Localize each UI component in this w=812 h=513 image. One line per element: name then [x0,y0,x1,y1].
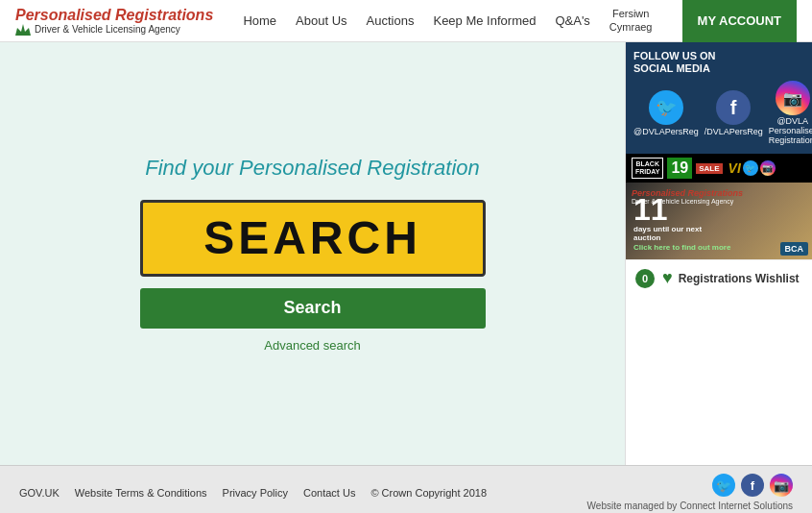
promo-number: 19 [667,158,692,179]
twitter-col: 🐦 @DVLAPersReg [633,90,699,136]
right-sidebar: FOLLOW US ON SOCIAL MEDIA 🐦 @DVLAPersReg… [625,42,812,465]
svg-marker-0 [15,24,31,36]
sale-badge: SALE [696,163,722,174]
twitter-icon[interactable]: 🐦 [649,90,683,125]
main-nav: Home About Us Auctions Keep Me Informed … [243,8,652,33]
nav-about-us[interactable]: About Us [296,13,346,28]
nav-home[interactable]: Home [243,13,276,28]
plate-input-container[interactable] [140,200,486,277]
nav-auctions[interactable]: Auctions [367,13,415,28]
advanced-search-link[interactable]: Advanced search [264,338,360,353]
footer-gov-uk[interactable]: GOV.UK [19,487,60,499]
auction-number: 11 [633,194,730,225]
footer-links: GOV.UK Website Terms & Conditions Privac… [19,487,487,499]
nav-cymraeg[interactable]: Fersiwn Cymraeg [609,8,653,33]
footer-right: 🐦 f 📷 Website managed by Connect Interne… [587,474,793,511]
wishlist-text: Registrations Wishlist [679,272,800,285]
auction-section[interactable]: Personalised Registrations Driver & Vehi… [626,183,812,259]
header: Personalised Registrations Driver & Vehi… [0,0,812,42]
find-title: Find your Personalised Registration [145,156,480,181]
social-icons-row: 🐦 @DVLAPersReg f /DVLAPersReg 📷 @DVLA Pe… [633,81,804,146]
logo-subtitle: Driver & Vehicle Licensing Agency [15,24,213,36]
my-account-button[interactable]: MY ACCOUNT [682,0,797,42]
wishlist-section[interactable]: 0 ♥ Registrations Wishlist [626,259,812,296]
twitter-handle: @DVLAPersReg [633,127,699,136]
footer: GOV.UK Website Terms & Conditions Privac… [0,465,812,513]
footer-social-icons: 🐦 f 📷 [712,474,793,497]
logo-subtitle-text: Driver & Vehicle Licensing Agency [35,24,180,35]
auction-days: 11 days until our next auction Click her… [633,194,730,252]
bca-badge: BCA [780,242,809,256]
footer-twitter-icon[interactable]: 🐦 [712,474,735,497]
black-friday-badge: BLACK FRIDAY [632,158,663,178]
logo-area: Personalised Registrations Driver & Vehi… [15,7,213,36]
facebook-icon[interactable]: f [716,90,751,125]
search-input[interactable] [143,211,483,264]
search-button[interactable]: Search [140,288,486,329]
facebook-handle: /DVLAPersReg [705,127,763,136]
main-layout: Find your Personalised Registration Sear… [0,42,812,465]
footer-website-terms[interactable]: Website Terms & Conditions [75,487,207,499]
footer-instagram-icon[interactable]: 📷 [770,474,793,497]
facebook-col: f /DVLAPersReg [705,90,763,136]
instagram-icon[interactable]: 📷 [776,81,810,115]
heart-icon: ♥ [662,268,673,288]
footer-copyright: © Crown Copyright 2018 [370,487,487,499]
auction-click-label: Click here to find out more [633,243,730,252]
promo-instagram-icon: 📷 [760,160,776,176]
social-section: FOLLOW US ON SOCIAL MEDIA 🐦 @DVLAPersReg… [626,42,812,154]
auction-label: days until our next auction [633,225,729,243]
footer-privacy-policy[interactable]: Privacy Policy [223,487,288,499]
nav-keep-me-informed[interactable]: Keep Me Informed [433,13,536,28]
logo-title: Personalised Registrations [15,7,213,24]
instagram-col: 📷 @DVLA Personalised Registrations [769,81,812,146]
promo-twitter-icon: 🐦 [743,160,758,176]
crown-icon [15,24,31,36]
wishlist-count: 0 [635,269,655,288]
nav-qa[interactable]: Q&A's [555,13,589,28]
footer-contact-us[interactable]: Contact Us [303,487,355,499]
instagram-handle: @DVLA Personalised Registrations [769,117,812,146]
follow-us-text: FOLLOW US ON SOCIAL MEDIA [633,50,804,75]
left-content: Find your Personalised Registration Sear… [0,42,625,465]
promo-vi-text: VI [728,160,741,176]
footer-managed-text: Website managed by Connect Internet Solu… [587,501,793,511]
footer-facebook-icon[interactable]: f [741,474,764,497]
promo-banner[interactable]: BLACK FRIDAY 19 SALE VI 🐦 📷 [626,154,812,183]
